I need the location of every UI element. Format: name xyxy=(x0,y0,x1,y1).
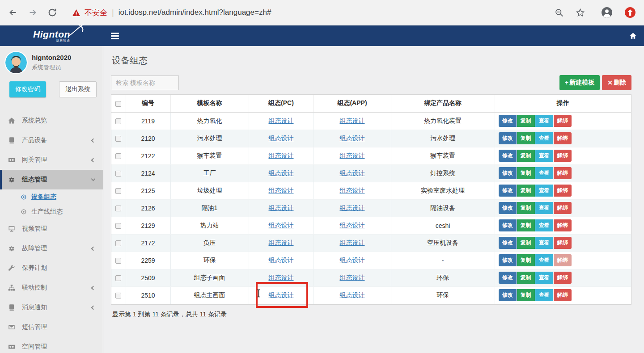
sidebar-item-8[interactable]: 消息通知 xyxy=(0,298,103,317)
row-checkbox[interactable] xyxy=(115,153,121,159)
view-button[interactable]: 查看 xyxy=(535,272,553,284)
config-design-link-app[interactable]: 组态设计 xyxy=(340,117,365,124)
config-design-link-app[interactable]: 组态设计 xyxy=(340,187,365,194)
change-password-button[interactable]: 修改密码 xyxy=(9,81,46,97)
copy-button[interactable]: 复制 xyxy=(517,254,535,266)
view-button[interactable]: 查看 xyxy=(535,237,553,249)
config-design-link-app[interactable]: 组态设计 xyxy=(340,256,365,264)
sidebar-item-4[interactable]: 视频管理 xyxy=(0,219,103,239)
copy-button[interactable]: 复制 xyxy=(517,185,535,197)
edit-button[interactable]: 修改 xyxy=(499,219,517,231)
sidebar-toggle-icon[interactable] xyxy=(111,33,119,39)
config-design-link-app[interactable]: 组态设计 xyxy=(340,134,365,142)
copy-button[interactable]: 复制 xyxy=(517,132,535,144)
update-icon[interactable] xyxy=(624,7,636,18)
sidebar-item-1[interactable]: 产品设备 xyxy=(0,130,103,150)
config-design-link-pc[interactable]: 组态设计 xyxy=(269,117,294,124)
user-avatar[interactable] xyxy=(5,52,27,73)
logout-button[interactable]: 退出系统 xyxy=(59,81,97,97)
view-button[interactable]: 查看 xyxy=(535,185,553,197)
reload-icon[interactable] xyxy=(47,8,57,17)
sidebar-item-9[interactable]: 短信管理 xyxy=(0,317,103,337)
row-checkbox[interactable] xyxy=(115,206,121,211)
view-button[interactable]: 查看 xyxy=(535,289,553,301)
config-design-link-pc[interactable]: 组态设计 xyxy=(269,152,294,159)
copy-button[interactable]: 复制 xyxy=(517,219,535,231)
config-design-link-pc[interactable]: 组态设计 xyxy=(269,222,294,229)
unbind-button[interactable]: 解绑 xyxy=(554,167,572,179)
unbind-button[interactable]: 解绑 xyxy=(554,150,572,162)
edit-button[interactable]: 修改 xyxy=(499,167,517,179)
zoom-out-icon[interactable] xyxy=(555,8,564,17)
sidebar-item-7[interactable]: 联动控制 xyxy=(0,278,103,298)
edit-button[interactable]: 修改 xyxy=(499,237,517,249)
config-design-link-app[interactable]: 组态设计 xyxy=(340,222,365,229)
row-checkbox[interactable] xyxy=(115,240,121,246)
unbind-button[interactable]: 解绑 xyxy=(554,202,572,214)
edit-button[interactable]: 修改 xyxy=(499,185,517,197)
edit-button[interactable]: 修改 xyxy=(499,289,517,301)
view-button[interactable]: 查看 xyxy=(535,167,553,179)
sidebar-item-2[interactable]: 网关管理 xyxy=(0,150,103,170)
view-button[interactable]: 查看 xyxy=(535,202,553,214)
bookmark-star-icon[interactable] xyxy=(576,8,585,17)
url-text[interactable]: iot.idosp.net/admin/index.html?language=… xyxy=(119,8,271,17)
edit-button[interactable]: 修改 xyxy=(499,132,517,144)
row-checkbox[interactable] xyxy=(115,275,121,281)
sidebar-item-0[interactable]: 系统总览 xyxy=(0,111,103,130)
copy-button[interactable]: 复制 xyxy=(517,167,535,179)
config-design-link-pc[interactable]: 组态设计 xyxy=(269,187,294,194)
sidebar-item-5[interactable]: 故障管理 xyxy=(0,239,103,258)
copy-button[interactable]: 复制 xyxy=(517,115,535,127)
edit-button[interactable]: 修改 xyxy=(499,150,517,162)
copy-button[interactable]: 复制 xyxy=(517,289,535,301)
edit-button[interactable]: 修改 xyxy=(499,254,517,266)
config-design-link-pc[interactable]: 组态设计 xyxy=(269,239,294,246)
sidebar-item-10[interactable]: 空间管理 xyxy=(0,337,103,353)
delete-button[interactable]: ✕删除 xyxy=(602,75,631,90)
edit-button[interactable]: 修改 xyxy=(499,202,517,214)
unbind-button[interactable]: 解绑 xyxy=(554,289,572,301)
config-design-link-pc[interactable]: 组态设计 xyxy=(269,204,294,211)
view-button[interactable]: 查看 xyxy=(535,132,553,144)
unbind-button[interactable]: 解绑 xyxy=(554,219,572,231)
copy-button[interactable]: 复制 xyxy=(517,150,535,162)
brand-logo[interactable]: Hignton 华辰智通 xyxy=(0,29,103,43)
config-design-link-app[interactable]: 组态设计 xyxy=(340,291,365,298)
home-icon[interactable] xyxy=(629,32,637,40)
unbind-button[interactable]: 解绑 xyxy=(554,115,572,127)
row-checkbox[interactable] xyxy=(115,171,121,176)
address-bar[interactable]: 不安全 | iot.idosp.net/admin/index.html?lan… xyxy=(72,8,271,18)
sidebar-item-3[interactable]: 组态管理 xyxy=(0,170,103,189)
profile-icon[interactable] xyxy=(601,7,613,18)
row-checkbox[interactable] xyxy=(115,223,121,229)
row-checkbox[interactable] xyxy=(115,136,121,142)
config-design-link-app[interactable]: 组态设计 xyxy=(340,169,365,176)
sidebar-item-6[interactable]: 保养计划 xyxy=(0,258,103,278)
unbind-button[interactable]: 解绑 xyxy=(554,237,572,249)
config-design-link-app[interactable]: 组态设计 xyxy=(340,204,365,211)
view-button[interactable]: 查看 xyxy=(535,219,553,231)
row-checkbox[interactable] xyxy=(115,118,121,124)
row-checkbox[interactable] xyxy=(115,293,121,298)
config-design-link-pc[interactable]: 组态设计 xyxy=(269,256,294,264)
back-icon[interactable] xyxy=(8,8,18,17)
sidebar-subitem-3-0[interactable]: 设备组态 xyxy=(0,189,103,204)
row-checkbox[interactable] xyxy=(115,258,121,264)
config-design-link-app[interactable]: 组态设计 xyxy=(340,274,365,281)
view-button[interactable]: 查看 xyxy=(535,150,553,162)
copy-button[interactable]: 复制 xyxy=(517,237,535,249)
new-template-button[interactable]: +新建模板 xyxy=(559,75,600,90)
unbind-button[interactable]: 解绑 xyxy=(554,132,572,144)
search-input[interactable] xyxy=(111,76,179,90)
forward-icon[interactable] xyxy=(28,8,38,17)
config-design-link-pc[interactable]: 组态设计 xyxy=(269,291,294,298)
config-design-link-pc[interactable]: 组态设计 xyxy=(269,134,294,142)
view-button[interactable]: 查看 xyxy=(535,115,553,127)
sidebar-subitem-3-1[interactable]: 生产线组态 xyxy=(0,204,103,219)
row-checkbox[interactable] xyxy=(115,188,121,194)
config-design-link-pc[interactable]: 组态设计 xyxy=(269,274,294,281)
edit-button[interactable]: 修改 xyxy=(499,115,517,127)
select-all-checkbox[interactable] xyxy=(115,101,121,107)
security-warning-label[interactable]: 不安全 xyxy=(85,8,107,18)
